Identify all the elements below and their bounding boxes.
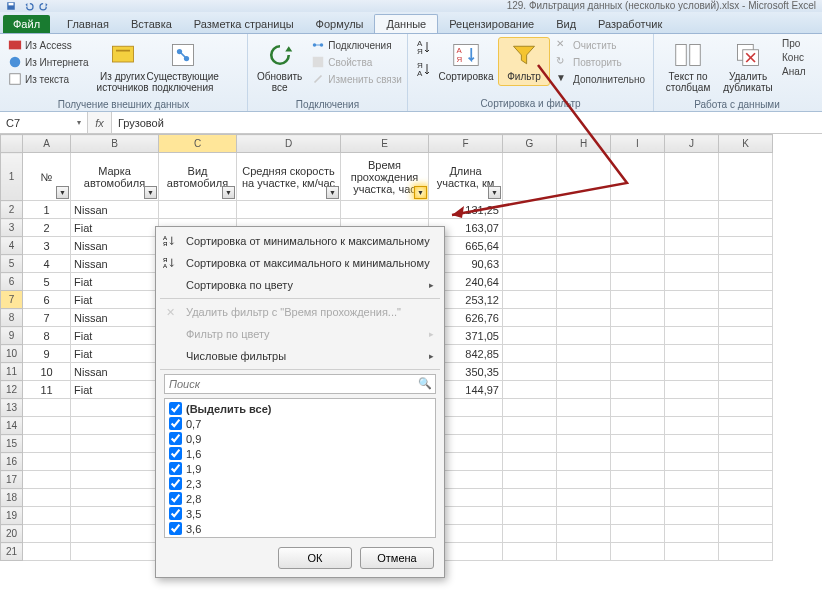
col-header-F[interactable]: F: [429, 135, 503, 153]
row-header[interactable]: 5: [1, 255, 23, 273]
cell[interactable]: [611, 471, 665, 489]
cell[interactable]: [557, 273, 611, 291]
cell[interactable]: [503, 489, 557, 507]
header-cell[interactable]: Средняя скорость на участке, км/час▼: [237, 153, 341, 201]
cell[interactable]: [665, 471, 719, 489]
qat-save-icon[interactable]: [4, 1, 18, 11]
sort-button[interactable]: AЯ Сортировка: [438, 37, 494, 86]
cell[interactable]: [665, 381, 719, 399]
tab-вставка[interactable]: Вставка: [120, 15, 183, 33]
cell[interactable]: [665, 417, 719, 435]
cell[interactable]: [503, 309, 557, 327]
sort-by-color-item[interactable]: Сортировка по цвету▸: [156, 274, 444, 296]
cell[interactable]: [503, 471, 557, 489]
header-cell[interactable]: [719, 153, 773, 201]
cell[interactable]: [665, 273, 719, 291]
cell[interactable]: [611, 309, 665, 327]
filter-value-item[interactable]: 4,1: [167, 536, 433, 538]
cell[interactable]: [719, 237, 773, 255]
cell[interactable]: [557, 255, 611, 273]
connections-line[interactable]: Подключения: [309, 37, 404, 53]
cell[interactable]: [23, 435, 71, 453]
fx-icon[interactable]: fx: [88, 112, 112, 133]
col-header-C[interactable]: C: [159, 135, 237, 153]
cell[interactable]: [503, 435, 557, 453]
cell[interactable]: 8: [23, 327, 71, 345]
cell[interactable]: [557, 381, 611, 399]
number-filters-item[interactable]: Числовые фильтры▸: [156, 345, 444, 367]
cell[interactable]: [665, 453, 719, 471]
cell[interactable]: [557, 363, 611, 381]
cell[interactable]: 2: [23, 219, 71, 237]
cell[interactable]: [665, 525, 719, 543]
row-header[interactable]: 6: [1, 273, 23, 291]
cell[interactable]: [71, 507, 159, 525]
cell[interactable]: [557, 417, 611, 435]
cell[interactable]: [665, 435, 719, 453]
tab-file[interactable]: Файл: [3, 15, 50, 33]
cell[interactable]: Fiat: [71, 273, 159, 291]
cell[interactable]: 9: [23, 345, 71, 363]
cell[interactable]: [503, 453, 557, 471]
cell[interactable]: [719, 543, 773, 561]
cell[interactable]: 10: [23, 363, 71, 381]
cell[interactable]: [611, 543, 665, 561]
cell[interactable]: [23, 489, 71, 507]
cell[interactable]: [611, 435, 665, 453]
cell[interactable]: [341, 201, 429, 219]
row-header[interactable]: 11: [1, 363, 23, 381]
header-cell[interactable]: Вид автомобиля▼: [159, 153, 237, 201]
col-header-E[interactable]: E: [341, 135, 429, 153]
name-box[interactable]: C7▾: [0, 112, 88, 133]
existing-connections-button[interactable]: Существующие подключения: [155, 37, 211, 97]
cell[interactable]: [503, 417, 557, 435]
consolidate[interactable]: Конс: [780, 51, 808, 64]
row-header[interactable]: 17: [1, 471, 23, 489]
cell[interactable]: [23, 543, 71, 561]
formula-input[interactable]: Грузовой: [112, 112, 822, 133]
cell[interactable]: [503, 525, 557, 543]
cell[interactable]: [611, 507, 665, 525]
cell[interactable]: 1: [23, 201, 71, 219]
cell[interactable]: [557, 453, 611, 471]
sort-asc-item[interactable]: AЯ Сортировка от минимального к максимал…: [156, 230, 444, 252]
cell[interactable]: [557, 237, 611, 255]
tab-вид[interactable]: Вид: [545, 15, 587, 33]
cell[interactable]: [557, 201, 611, 219]
row-header[interactable]: 2: [1, 201, 23, 219]
tab-разработчик[interactable]: Разработчик: [587, 15, 673, 33]
cell[interactable]: [719, 201, 773, 219]
cell[interactable]: [611, 327, 665, 345]
cell[interactable]: [665, 507, 719, 525]
cell[interactable]: [71, 525, 159, 543]
cell[interactable]: [611, 273, 665, 291]
cell[interactable]: [503, 273, 557, 291]
row-header[interactable]: 19: [1, 507, 23, 525]
cell[interactable]: [665, 543, 719, 561]
filter-arrow[interactable]: ▼: [488, 186, 501, 199]
cell[interactable]: [719, 219, 773, 237]
cell[interactable]: [557, 309, 611, 327]
cell[interactable]: [503, 201, 557, 219]
cell[interactable]: [23, 525, 71, 543]
row-header[interactable]: 3: [1, 219, 23, 237]
cell[interactable]: [611, 399, 665, 417]
cell[interactable]: 5: [23, 273, 71, 291]
cell[interactable]: [719, 345, 773, 363]
cell[interactable]: [557, 489, 611, 507]
cell[interactable]: 7: [23, 309, 71, 327]
cell[interactable]: [665, 309, 719, 327]
filter-button[interactable]: Фильтр: [498, 37, 550, 86]
cell[interactable]: [557, 507, 611, 525]
cell[interactable]: [611, 255, 665, 273]
cell[interactable]: [23, 453, 71, 471]
cell[interactable]: 6: [23, 291, 71, 309]
cell[interactable]: [611, 219, 665, 237]
row-header[interactable]: 8: [1, 309, 23, 327]
cell[interactable]: [71, 471, 159, 489]
row-header[interactable]: 4: [1, 237, 23, 255]
qat-undo-icon[interactable]: [21, 1, 35, 11]
header-cell[interactable]: [611, 153, 665, 201]
filter-arrow[interactable]: ▼: [326, 186, 339, 199]
cell[interactable]: [23, 471, 71, 489]
